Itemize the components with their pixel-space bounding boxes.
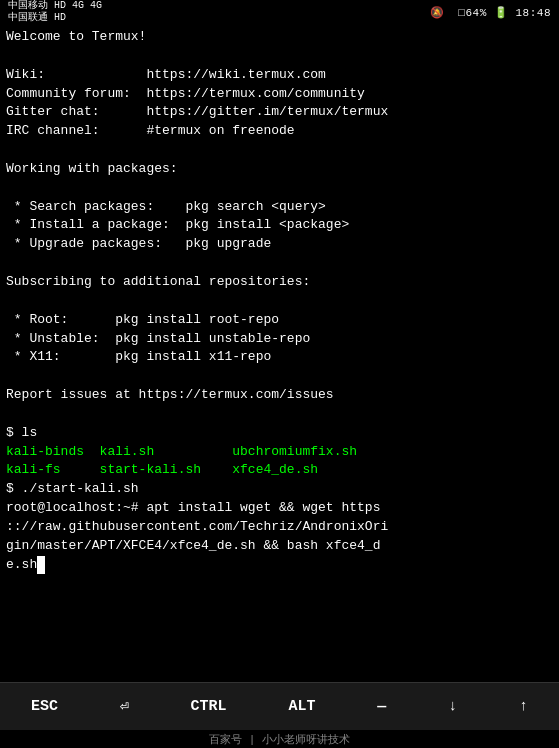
carrier-line1: 中国移动 HD 4G 4G bbox=[8, 0, 102, 12]
terminal-line bbox=[6, 141, 553, 160]
enter-key[interactable]: ⏎ bbox=[106, 691, 143, 722]
terminal-line-ls1: kali-binds kali.sh ubchromiumfix.sh bbox=[6, 443, 553, 462]
esc-key[interactable]: ESC bbox=[17, 692, 72, 721]
terminal-line: $ ./start-kali.sh bbox=[6, 480, 553, 499]
terminal-line: * Upgrade packages: pkg upgrade bbox=[6, 235, 553, 254]
time-battery: 🔕 □64% 🔋 18:48 bbox=[430, 7, 551, 19]
terminal-line-ls2: kali-fs start-kali.sh xfce4_de.sh bbox=[6, 461, 553, 480]
terminal-line: * Unstable: pkg install unstable-repo bbox=[6, 330, 553, 349]
terminal-cursor bbox=[37, 556, 45, 575]
terminal-line: Welcome to Termux! bbox=[6, 28, 553, 47]
terminal-line bbox=[6, 367, 553, 386]
terminal-line bbox=[6, 292, 553, 311]
terminal-line bbox=[6, 179, 553, 198]
terminal-line: IRC channel: #termux on freenode bbox=[6, 122, 553, 141]
down-arrow-key[interactable]: ↓ bbox=[434, 692, 471, 721]
terminal-line: Working with packages: bbox=[6, 160, 553, 179]
terminal-line: Gitter chat: https://gitter.im/termux/te… bbox=[6, 103, 553, 122]
status-right: 🔕 □64% 🔋 18:48 bbox=[430, 6, 551, 19]
terminal-line bbox=[6, 405, 553, 424]
terminal-line-cmd: root@localhost:~# apt install wget && wg… bbox=[6, 499, 553, 518]
watermark: 百家号 | 小小老师呀讲技术 bbox=[0, 730, 559, 748]
terminal-body: Welcome to Termux! Wiki: https://wiki.te… bbox=[0, 24, 559, 682]
bottom-bar: ESC ⏎ CTRL ALT — ↓ ↑ bbox=[0, 682, 559, 730]
carrier-line2: 中国联通 HD bbox=[8, 12, 102, 24]
terminal-line bbox=[6, 254, 553, 273]
terminal-line: Wiki: https://wiki.termux.com bbox=[6, 66, 553, 85]
terminal-line-cmd4: e.sh bbox=[6, 556, 553, 575]
terminal-line: * Install a package: pkg install <packag… bbox=[6, 216, 553, 235]
carrier-info: 中国移动 HD 4G 4G 中国联通 HD bbox=[8, 0, 102, 24]
terminal-line: Community forum: https://termux.com/comm… bbox=[6, 85, 553, 104]
terminal-line: Report issues at https://termux.com/issu… bbox=[6, 386, 553, 405]
terminal-line-cmd2: :://raw.githubusercontent.com/Techriz/An… bbox=[6, 518, 553, 537]
terminal-line: * Root: pkg install root-repo bbox=[6, 311, 553, 330]
alt-key[interactable]: ALT bbox=[274, 692, 329, 721]
terminal-line: $ ls bbox=[6, 424, 553, 443]
terminal-line: Subscribing to additional repositories: bbox=[6, 273, 553, 292]
ctrl-key[interactable]: CTRL bbox=[177, 692, 241, 721]
terminal-line-cmd3: gin/master/APT/XFCE4/xfce4_de.sh && bash… bbox=[6, 537, 553, 556]
dash-key[interactable]: — bbox=[363, 692, 400, 721]
up-arrow-key[interactable]: ↑ bbox=[505, 692, 542, 721]
terminal-line: * X11: pkg install x11-repo bbox=[6, 348, 553, 367]
terminal-line: * Search packages: pkg search <query> bbox=[6, 198, 553, 217]
status-bar: 中国移动 HD 4G 4G 中国联通 HD 🔕 □64% 🔋 18:48 bbox=[0, 0, 559, 24]
terminal-line bbox=[6, 47, 553, 66]
